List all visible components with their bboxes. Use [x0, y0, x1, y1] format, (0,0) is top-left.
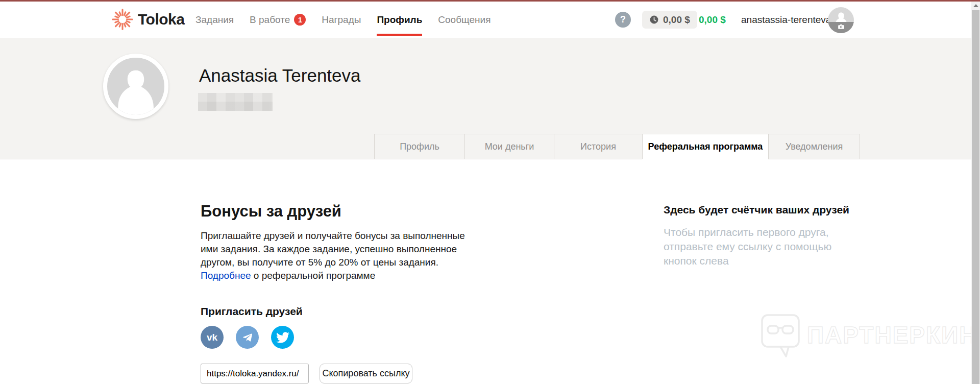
- tab-notifications[interactable]: Уведомления: [768, 134, 860, 159]
- in-progress-count-badge: 1: [294, 14, 306, 26]
- details-link[interactable]: Подробнее: [201, 270, 251, 281]
- share-telegram-button[interactable]: [236, 326, 259, 349]
- nav-item-label: Награды: [322, 14, 361, 26]
- nav-item-messages[interactable]: Сообщения: [438, 2, 491, 38]
- share-twitter-button[interactable]: [271, 326, 294, 349]
- username-label: anastassia-terenteva: [741, 14, 831, 26]
- account-avatar[interactable]: [828, 7, 854, 33]
- profile-tabs: Профиль Мои деньги История Реферальная п…: [374, 134, 860, 159]
- toloka-sunburst-icon: [111, 8, 134, 31]
- tab-label: Профиль: [400, 141, 439, 152]
- scrollbar-thumb[interactable]: [972, 10, 979, 384]
- watermark: ПАРТНЕРКИН: [760, 313, 977, 359]
- tab-profile[interactable]: Профиль: [374, 134, 465, 159]
- counter-title: Здесь будет счётчик ваших друзей: [664, 204, 868, 216]
- blocked-balance-value: 0,00 $: [663, 14, 690, 26]
- tab-label: Реферальная программа: [648, 141, 763, 152]
- clock-icon: [649, 15, 659, 25]
- referral-description: Приглашайте друзей и получайте бонусы за…: [201, 229, 475, 282]
- tab-my-money[interactable]: Мои деньги: [464, 134, 554, 159]
- copy-link-button[interactable]: Скопировать ссылку: [320, 364, 412, 383]
- share-buttons-row: vk: [201, 326, 476, 349]
- page-title: Бонусы за друзей: [201, 202, 476, 221]
- help-glyph: ?: [620, 14, 626, 25]
- scroll-up-arrow-icon: [973, 4, 978, 7]
- telegram-icon: [241, 331, 254, 344]
- available-balance[interactable]: 0,00 $: [699, 2, 726, 38]
- avatar-camera-overlay: [828, 22, 854, 33]
- available-balance-value: 0,00 $: [699, 14, 726, 26]
- censored-text-block: [198, 93, 273, 111]
- top-navbar: Toloka Задания В работе 1 Награды Профил…: [0, 2, 971, 38]
- tab-label: Мои деньги: [485, 141, 534, 152]
- nav-item-rewards[interactable]: Награды: [322, 2, 361, 38]
- description-part-2: о реферальной программе: [251, 270, 376, 281]
- logo-wordmark: Toloka: [138, 11, 184, 28]
- browser-accent-line: [0, 0, 980, 2]
- nav-item-in-progress[interactable]: В работе 1: [250, 2, 306, 38]
- tab-referral-program[interactable]: Реферальная программа: [642, 134, 769, 159]
- blocked-balance-pill[interactable]: 0,00 $: [642, 11, 697, 29]
- friends-counter-column: Здесь будет счётчик ваших друзей Чтобы п…: [664, 204, 868, 268]
- referral-info-column: Бонусы за друзей Приглашайте друзей и по…: [201, 202, 476, 383]
- description-part-1: Приглашайте друзей и получайте бонусы за…: [201, 230, 465, 268]
- camera-icon: [836, 22, 846, 32]
- nav-item-tasks[interactable]: Задания: [195, 2, 234, 38]
- vk-icon: vk: [207, 332, 217, 343]
- nav-item-label: Сообщения: [438, 14, 491, 26]
- main-nav: Задания В работе 1 Награды Профиль Сообщ…: [195, 2, 491, 38]
- account-username[interactable]: anastassia-terenteva: [741, 2, 831, 38]
- watermark-text: ПАРТНЕРКИН: [807, 321, 977, 349]
- tab-history[interactable]: История: [554, 134, 643, 159]
- vertical-scrollbar[interactable]: [971, 2, 980, 384]
- tab-label: Уведомления: [786, 141, 843, 152]
- nav-item-label: Профиль: [377, 14, 422, 26]
- share-vk-button[interactable]: vk: [201, 326, 224, 349]
- counter-hint: Чтобы пригласить первого друга, отправьт…: [664, 225, 860, 268]
- profile-header-band: Anastasia Terenteva Профиль Мои деньги И…: [0, 38, 971, 159]
- nav-item-label: Задания: [195, 14, 234, 26]
- profile-name: Anastasia Terenteva: [199, 65, 361, 86]
- nav-item-profile[interactable]: Профиль: [377, 2, 422, 38]
- watermark-bubble-icon: [760, 313, 801, 359]
- profile-avatar[interactable]: [103, 54, 168, 119]
- tab-label: История: [580, 141, 616, 152]
- toloka-logo[interactable]: Toloka: [111, 8, 184, 31]
- invite-friends-title: Пригласить друзей: [201, 305, 476, 318]
- twitter-icon: [276, 331, 289, 344]
- referral-tab-content: Бонусы за друзей Приглашайте друзей и по…: [0, 160, 971, 384]
- help-icon[interactable]: ?: [615, 12, 631, 28]
- person-silhouette-icon: [107, 58, 164, 115]
- referral-link-row: Скопировать ссылку: [201, 364, 476, 383]
- scrollbar-up-button[interactable]: [971, 2, 980, 10]
- nav-item-label: В работе: [250, 14, 290, 26]
- referral-link-input[interactable]: [201, 364, 309, 383]
